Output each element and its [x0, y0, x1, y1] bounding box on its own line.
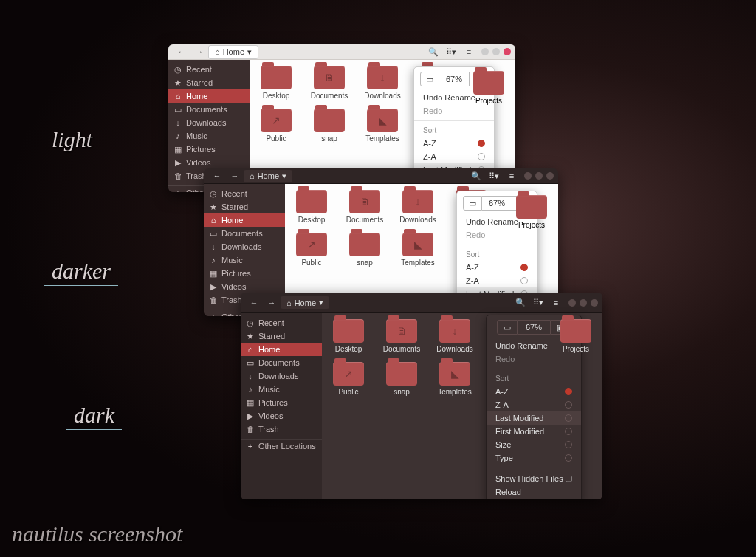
radio-icon	[565, 388, 572, 395]
view-toggle-button[interactable]: ⠿▾	[485, 168, 503, 183]
sidebar-item-videos[interactable]: ▶Videos	[168, 156, 250, 169]
search-button[interactable]: 🔍	[425, 44, 442, 59]
path-button-home[interactable]: ⌂ Home ▾	[208, 45, 258, 59]
menu-sort-za[interactable]: Z-A	[487, 398, 581, 411]
folder-projects[interactable]: Projects	[509, 195, 554, 229]
folder-projects[interactable]: Projects	[467, 71, 511, 105]
sidebar-item-starred[interactable]: ★Starred	[241, 329, 322, 343]
zoom-out-button[interactable]: ▭	[497, 320, 518, 335]
maximize-button[interactable]	[580, 299, 587, 307]
sidebar-item-other-locations[interactable]: +Other Locations	[241, 439, 322, 453]
minimize-button[interactable]	[568, 299, 576, 307]
sidebar-item-documents[interactable]: ▭Documents	[168, 103, 250, 116]
path-button-home[interactable]: ⌂ Home ▾	[281, 296, 329, 309]
forward-button[interactable]: →	[263, 295, 281, 310]
sidebar-item-documents[interactable]: ▭Documents	[204, 227, 285, 240]
sidebar-item-pictures[interactable]: ▦Pictures	[168, 143, 250, 156]
menu-reload[interactable]: Reload	[487, 485, 581, 499]
clock-icon: ◷	[247, 319, 254, 327]
sidebar-item-recent[interactable]: ◷Recent	[168, 63, 250, 76]
path-button-home[interactable]: ⌂ Home ▾	[244, 170, 292, 182]
folder-snap[interactable]: snap	[307, 109, 351, 143]
folder-downloads[interactable]: ↓Downloads	[396, 190, 440, 224]
sidebar-item-home[interactable]: ⌂Home	[241, 343, 322, 356]
sidebar-item-music[interactable]: ♪Music	[168, 129, 250, 143]
forward-button[interactable]: →	[190, 44, 208, 59]
folder-downloads[interactable]: ↓Downloads	[360, 66, 405, 100]
sidebar-item-recent[interactable]: ◷Recent	[241, 316, 322, 329]
folder-documents[interactable]: 🗎Documents	[343, 190, 387, 224]
menu-sort-header: Sort	[487, 372, 581, 385]
menu-sort-za[interactable]: Z-A	[414, 150, 494, 163]
sidebar-item-downloads[interactable]: ↓Downloads	[204, 240, 285, 253]
menu-sort-size[interactable]: Size	[487, 438, 581, 451]
folder-documents[interactable]: 🗎Documents	[307, 66, 351, 100]
radio-icon	[565, 401, 572, 409]
menu-sort-za[interactable]: Z-A	[457, 274, 537, 287]
music-icon: ♪	[247, 386, 254, 393]
back-button[interactable]: ←	[208, 168, 226, 183]
sidebar-item-trash[interactable]: 🗑Trash	[241, 423, 322, 436]
folder-desktop[interactable]: Desktop	[326, 319, 371, 353]
folder-public[interactable]: ↗Public	[254, 109, 298, 143]
folder-snap[interactable]: snap	[343, 233, 387, 267]
sidebar-item-music[interactable]: ♪Music	[241, 383, 322, 396]
folder-public[interactable]: ↗Public	[289, 233, 334, 267]
menu-sort-az[interactable]: A-Z	[457, 261, 537, 274]
plus-icon: +	[174, 189, 182, 192]
sidebar-item-pictures[interactable]: ▦Pictures	[204, 267, 285, 280]
forward-button[interactable]: →	[226, 168, 244, 183]
back-button[interactable]: ←	[245, 295, 263, 310]
folder-public[interactable]: ↗Public	[326, 362, 371, 396]
menu-separator	[487, 369, 581, 369]
zoom-out-button[interactable]: ▭	[420, 72, 439, 86]
view-toggle-button[interactable]: ⠿▾	[442, 44, 460, 59]
sidebar-item-downloads[interactable]: ↓Downloads	[168, 116, 250, 129]
sidebar-item-videos[interactable]: ▶Videos	[204, 280, 285, 293]
close-button[interactable]	[504, 48, 511, 55]
sidebar-item-downloads[interactable]: ↓Downloads	[241, 369, 322, 383]
minimize-button[interactable]	[481, 48, 489, 55]
minimize-button[interactable]	[524, 172, 532, 180]
folder-templates[interactable]: ◣Templates	[360, 109, 405, 143]
menu-sort-az[interactable]: A-Z	[414, 137, 494, 150]
folder-templates[interactable]: ◣Templates	[433, 362, 477, 396]
checkbox-icon: ▢	[565, 474, 572, 483]
maximize-button[interactable]	[492, 48, 500, 55]
search-button[interactable]: 🔍	[512, 295, 529, 310]
sidebar-item-home[interactable]: ⌂Home	[204, 213, 285, 227]
star-icon: ★	[247, 332, 254, 340]
menu-sort-type[interactable]: Type	[487, 451, 581, 465]
sidebar-item-music[interactable]: ♪Music	[204, 253, 285, 267]
search-button[interactable]: 🔍	[467, 168, 485, 183]
sidebar-item-documents[interactable]: ▭Documents	[241, 356, 322, 369]
zoom-out-button[interactable]: ▭	[463, 196, 482, 211]
view-toggle-button[interactable]: ⠿▾	[529, 295, 547, 310]
folder-desktop[interactable]: Desktop	[289, 190, 334, 224]
menu-show-hidden[interactable]: Show Hidden Files▢	[487, 471, 581, 485]
maximize-button[interactable]	[535, 172, 543, 180]
menu-sort-az[interactable]: A-Z	[487, 385, 581, 398]
back-button[interactable]: ←	[173, 44, 190, 59]
picture-icon: ▦	[247, 399, 254, 406]
close-button[interactable]	[546, 172, 554, 180]
folder-projects[interactable]: Projects	[554, 319, 598, 353]
close-button[interactable]	[591, 299, 598, 307]
sidebar-item-home[interactable]: ⌂Home	[168, 89, 250, 103]
hamburger-button[interactable]: ≡	[503, 168, 520, 183]
folder-documents[interactable]: 🗎Documents	[379, 319, 424, 353]
trash-icon: 🗑	[247, 426, 254, 433]
menu-sort-first-modified[interactable]: First Modified	[487, 425, 581, 438]
folder-downloads[interactable]: ↓Downloads	[433, 319, 477, 353]
sidebar-item-pictures[interactable]: ▦Pictures	[241, 396, 322, 409]
menu-sort-last-modified[interactable]: Last Modified	[487, 411, 581, 425]
sidebar-item-starred[interactable]: ★Starred	[168, 76, 250, 89]
folder-templates[interactable]: ◣Templates	[396, 233, 440, 267]
hamburger-button[interactable]: ≡	[460, 44, 478, 59]
folder-snap[interactable]: snap	[379, 362, 424, 396]
sidebar-item-videos[interactable]: ▶Videos	[241, 409, 322, 423]
folder-desktop[interactable]: Desktop	[254, 66, 298, 100]
sidebar-item-recent[interactable]: ◷Recent	[204, 187, 285, 200]
hamburger-button[interactable]: ≡	[547, 295, 565, 310]
sidebar-item-starred[interactable]: ★Starred	[204, 200, 285, 213]
